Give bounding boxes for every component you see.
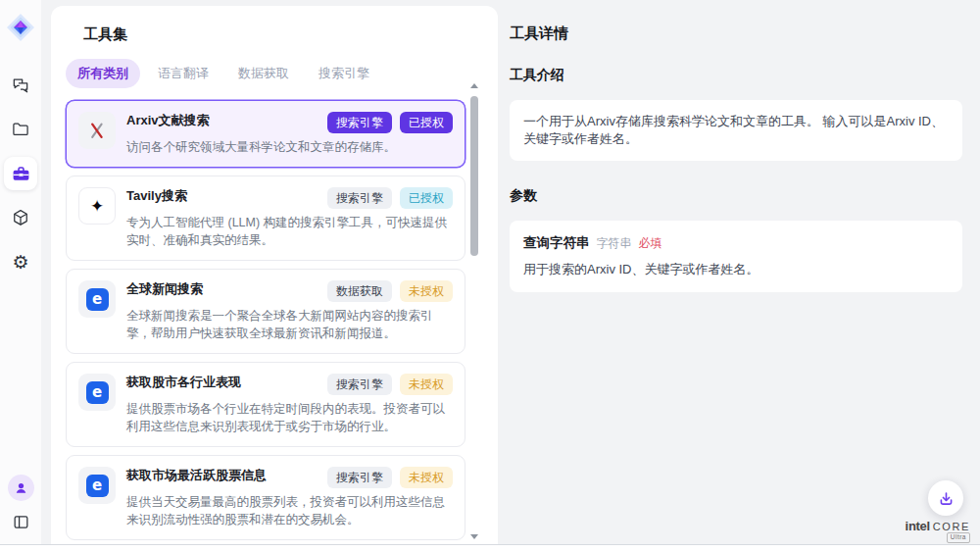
- sidebar-item-settings[interactable]: ⚙: [4, 245, 37, 278]
- tool-description: 专为人工智能代理 (LLM) 构建的搜索引擎工具，可快速提供实时、准确和真实的结…: [126, 214, 453, 249]
- gear-icon: ⚙: [12, 253, 28, 272]
- param-description: 用于搜索的Arxiv ID、关键字或作者姓名。: [523, 261, 949, 278]
- ultra-badge: Ultra: [947, 532, 970, 543]
- scrollbar-thumb[interactable]: [470, 96, 478, 256]
- parameter-card: 查询字符串 字符串 必填 用于搜索的Arxiv ID、关键字或作者姓名。: [510, 221, 962, 292]
- sidebar-item-models[interactable]: [4, 201, 37, 234]
- param-type: 字符串: [597, 235, 632, 252]
- tool-card-active-stocks[interactable]: e 获取市场最活跃股票信息 搜索引擎 未授权 提供当天交易量最高的股票列表，投资…: [66, 455, 466, 540]
- left-sidebar: ⚙: [0, 0, 41, 545]
- sidebar-nav: ⚙: [4, 69, 37, 278]
- tool-description: 提供当天交易量最高的股票列表，投资者可以利用这些信息来识别流动性强的股票和潜在的…: [126, 493, 453, 528]
- gem-logo: [5, 12, 36, 43]
- download-button[interactable]: [928, 480, 963, 516]
- category-badge: 搜索引擎: [327, 374, 392, 395]
- sidebar-item-files[interactable]: [4, 113, 37, 146]
- app-window: ⚙ 工具集 所有类别 语言翻译 数据获取 搜索引擎: [0, 0, 980, 545]
- auth-badge: 已授权: [400, 187, 453, 209]
- auth-badge: 已授权: [400, 112, 453, 133]
- auth-badge: 未授权: [400, 280, 453, 302]
- intro-card: 一个用于从Arxiv存储库搜索科学论文和文章的工具。 输入可以是Arxiv ID…: [510, 100, 962, 161]
- tool-card-sector-performance[interactable]: e 获取股市各行业表现 搜索引擎 未授权 提供股票市场各个行业在特定时间段内的表…: [66, 362, 466, 447]
- auth-badge: 未授权: [400, 374, 453, 395]
- tool-list-panel: 工具集 所有类别 语言翻译 数据获取 搜索引擎 Arxiv文献搜索: [51, 6, 498, 545]
- finance-e-icon: e: [78, 374, 116, 411]
- tool-name: 获取股市各行业表现: [126, 374, 241, 391]
- tool-name: Arxiv文献搜索: [126, 112, 210, 129]
- tab-translation[interactable]: 语言翻译: [146, 59, 220, 88]
- tavily-sparkle-icon: ✦: [78, 187, 116, 225]
- chat-icon: [11, 75, 30, 95]
- tab-all-categories[interactable]: 所有类别: [66, 59, 140, 88]
- list-scrollbar[interactable]: [469, 83, 479, 541]
- tool-card-tavily[interactable]: ✦ Tavily搜索 搜索引擎 已授权 专为人工智能代理 (LLM) 构建的搜索…: [66, 176, 466, 261]
- news-e-icon: e: [78, 280, 116, 318]
- params-heading: 参数: [510, 187, 962, 205]
- auth-badge: 未授权: [400, 467, 453, 488]
- tab-search-engine[interactable]: 搜索引擎: [307, 59, 381, 88]
- arxiv-logo-icon: [78, 112, 116, 149]
- tool-name: 全球新闻搜索: [126, 280, 203, 298]
- tool-name: Tavily搜索: [126, 187, 187, 205]
- intro-heading: 工具介绍: [510, 67, 962, 84]
- category-tabs: 所有类别 语言翻译 数据获取 搜索引擎: [66, 59, 498, 88]
- tool-description: 访问各个研究领域大量科学论文和文章的存储库。: [126, 138, 453, 156]
- page-title: 工具集: [83, 25, 498, 44]
- scroll-up-arrow-icon[interactable]: [470, 83, 478, 88]
- param-name: 查询字符串: [523, 234, 590, 252]
- category-badge: 搜索引擎: [327, 467, 392, 488]
- tool-card-arxiv[interactable]: Arxiv文献搜索 搜索引擎 已授权 访问各个研究领域大量科学论文和文章的存储库…: [66, 100, 466, 168]
- category-badge: 数据获取: [327, 280, 392, 302]
- tool-card-global-news[interactable]: e 全球新闻搜索 数据获取 未授权 全球新闻搜索是一个聚合全球各大新闻网站内容的…: [66, 269, 466, 354]
- tool-card-list: Arxiv文献搜索 搜索引擎 已授权 访问各个研究领域大量科学论文和文章的存储库…: [66, 100, 466, 545]
- category-badge: 搜索引擎: [327, 112, 392, 133]
- user-avatar[interactable]: [8, 475, 34, 501]
- core-wordmark: CORE: [933, 521, 970, 532]
- folder-icon: [11, 120, 30, 139]
- toolbox-icon: [11, 164, 31, 184]
- scroll-down-arrow-icon[interactable]: [470, 534, 478, 539]
- avatar-icon: [13, 479, 29, 496]
- intel-core-logo: intel CORE Ultra: [907, 519, 970, 533]
- sidebar-item-tools[interactable]: [4, 157, 37, 190]
- tab-data-fetch[interactable]: 数据获取: [226, 59, 301, 88]
- intel-wordmark: intel: [906, 519, 930, 533]
- tool-description: 提供股票市场各个行业在特定时间段内的表现。投资者可以利用这些信息来识别表现优于或…: [126, 400, 453, 435]
- category-badge: 搜索引擎: [327, 187, 392, 209]
- download-icon: [938, 490, 955, 507]
- param-required-badge: 必填: [639, 235, 662, 252]
- tool-name: 获取市场最活跃股票信息: [126, 467, 267, 484]
- cube-icon: [11, 208, 30, 227]
- tool-description: 全球新闻搜索是一个聚合全球各大新闻网站内容的搜索引擎，帮助用户快速获取全球最新资…: [126, 307, 453, 342]
- stocks-e-icon: e: [78, 467, 116, 504]
- detail-title: 工具详情: [510, 25, 962, 43]
- collapse-sidebar-button[interactable]: [12, 513, 30, 531]
- tool-detail-panel: 工具详情 工具介绍 一个用于从Arxiv存储库搜索科学论文和文章的工具。 输入可…: [510, 0, 962, 292]
- panel-layout-icon: [12, 513, 30, 531]
- sidebar-item-chat[interactable]: [4, 69, 37, 102]
